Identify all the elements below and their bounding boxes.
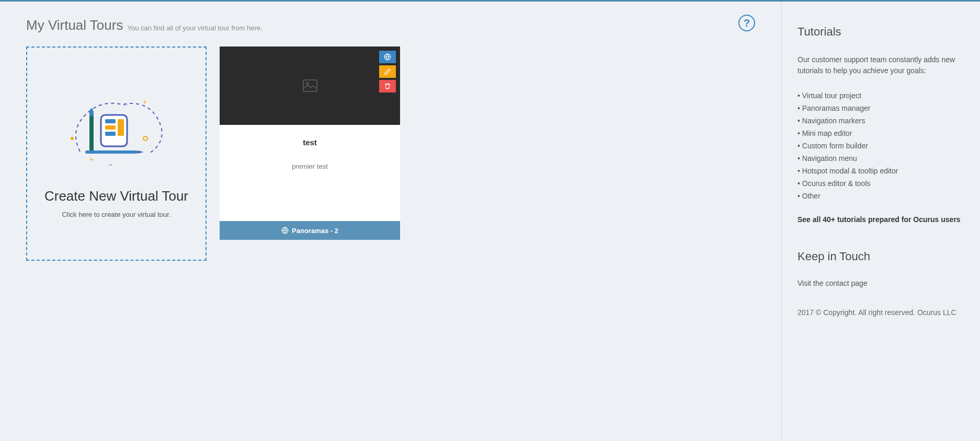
svg-point-1 (143, 136, 147, 141)
svg-rect-9 (105, 125, 116, 130)
copyright: 2017 © Copyright. All right reserved. Oc… (797, 308, 964, 317)
tutorial-list: Virtual tour project Panoramas manager N… (797, 89, 964, 202)
svg-rect-11 (118, 119, 124, 136)
tutorial-item[interactable]: Panoramas manager (797, 102, 964, 114)
image-placeholder-icon (303, 79, 317, 92)
delete-tour-button[interactable] (379, 80, 396, 92)
tutorial-item[interactable]: Virtual tour project (797, 89, 964, 102)
see-all-tutorials-link[interactable]: See all 40+ tutorials prepared for Ocuru… (797, 215, 964, 224)
tutorial-item[interactable]: Custom form builder (797, 140, 964, 152)
tutorial-item[interactable]: Navigation menu (797, 152, 964, 165)
tour-description: premier test (227, 163, 392, 170)
create-hint: Click here to create your virtual tour. (62, 211, 170, 218)
pencil-icon (384, 68, 391, 75)
svg-rect-12 (85, 150, 138, 154)
svg-rect-10 (105, 132, 116, 136)
svg-text:+: + (89, 155, 94, 164)
view-tour-button[interactable] (379, 51, 396, 63)
svg-rect-8 (105, 119, 116, 123)
create-new-tour-card[interactable]: + + ← → (26, 47, 207, 261)
keep-in-touch-heading: Keep in Touch (797, 250, 964, 263)
help-button[interactable]: ? (738, 15, 755, 31)
svg-text:+: + (143, 98, 147, 106)
tour-thumbnail (220, 47, 400, 125)
svg-rect-13 (303, 80, 317, 91)
create-title: Create New Virtual Tour (44, 188, 188, 204)
tour-card: test premier test Panoramas - 2 (220, 47, 400, 240)
tutorial-item[interactable]: Other (797, 190, 964, 202)
page-header: My Virtual Tours You can find all of you… (26, 17, 755, 33)
tutorials-heading: Tutorials (797, 25, 964, 39)
tour-title: test (227, 138, 392, 147)
tutorial-item[interactable]: Ocurus editor & tools (797, 177, 964, 190)
sidebar: Tutorials Our customer support team cons… (781, 2, 980, 441)
globe-icon (281, 227, 289, 234)
tutorial-item[interactable]: Navigation markers (797, 114, 964, 127)
tour-actions (379, 51, 396, 92)
tutorial-item[interactable]: Hotspot modal & tooltip editor (797, 165, 964, 177)
contact-page-link[interactable]: Visit the contact page (797, 279, 964, 287)
main-content: ? My Virtual Tours You can find all of y… (0, 2, 781, 441)
tour-body: test premier test (220, 125, 400, 221)
create-illustration: + + ← → (64, 89, 169, 172)
svg-rect-6 (89, 115, 94, 152)
svg-text:→: → (106, 160, 113, 169)
globe-icon (384, 53, 391, 61)
tour-panoramas-button[interactable]: Panoramas - 2 (220, 221, 400, 240)
tutorial-item[interactable]: Mini map editor (797, 127, 964, 140)
svg-point-14 (306, 83, 309, 85)
tutorials-intro: Our customer support team constantly add… (797, 54, 964, 76)
svg-text:←: ← (122, 100, 129, 109)
trash-icon (384, 83, 391, 90)
edit-tour-button[interactable] (379, 65, 396, 78)
question-mark-icon: ? (744, 17, 750, 29)
cards-container: + + ← → (26, 47, 755, 261)
svg-point-0 (71, 137, 74, 140)
page-title: My Virtual Tours (26, 17, 123, 33)
tour-footer-label: Panoramas - 2 (292, 227, 338, 235)
page-subtitle: You can find all of your virtual tour fr… (127, 24, 262, 33)
